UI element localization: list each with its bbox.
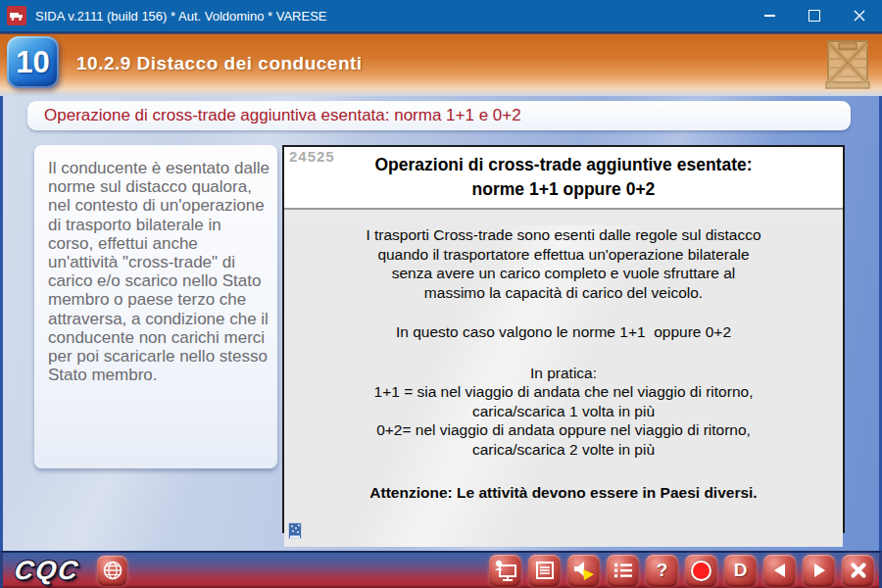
d-letter-icon: D — [734, 560, 748, 581]
rule-0-2: 0+2= nel viaggio di andata oppure nel vi… — [294, 420, 833, 459]
close-icon — [854, 10, 865, 22]
question-mark-icon: ? — [657, 560, 668, 581]
back-button[interactable] — [763, 555, 796, 587]
chapter-badge: 10 — [7, 36, 59, 88]
record-button[interactable] — [685, 555, 717, 587]
document-icon — [535, 561, 555, 580]
explanation-text: Il conducente è esentato dalle norme sul… — [48, 159, 270, 384]
slide-body: I trasporti Cross-trade sono esenti dall… — [284, 225, 843, 547]
exit-button[interactable] — [842, 555, 874, 587]
text-page-button[interactable] — [528, 555, 561, 587]
window-title: SIDA v.2111 (build 156) * Aut. Voldomino… — [35, 9, 326, 24]
help-button[interactable]: ? — [646, 555, 678, 587]
slide-paragraph-1: I trasporti Cross-trade sono esenti dall… — [294, 225, 833, 302]
toolbar-buttons: ? D — [489, 555, 874, 587]
audio-button[interactable] — [567, 555, 600, 587]
app-window: SIDA v.2111 (build 156) * Aut. Voldomino… — [0, 0, 882, 588]
slide-paragraph-2: In questo caso valgono le norme 1+1 oppu… — [294, 323, 833, 341]
globe-icon — [102, 560, 123, 581]
minimize-icon — [764, 15, 775, 17]
index-list-button[interactable] — [607, 555, 639, 587]
titlebar: SIDA v.2111 (build 156) * Aut. Voldomino… — [0, 0, 882, 31]
presenter-screen-icon — [494, 560, 517, 582]
rule-1-1: 1+1 = sia nel viaggio di andata che nel … — [294, 382, 833, 420]
maximize-icon — [808, 10, 820, 22]
practice-label: In pratica: — [294, 365, 833, 382]
slide-panel: 24525 Operazioni di cross-trade aggiunti… — [282, 145, 845, 533]
d-button[interactable]: D — [724, 555, 757, 587]
globe-button[interactable] — [97, 556, 127, 586]
x-close-icon — [850, 562, 867, 579]
slide-number-watermark: 24525 — [289, 148, 335, 165]
lesson-subtitle-bar: Operazione di cross-trade aggiuntiva ese… — [27, 101, 851, 130]
chapter-header: 10 10.2.9 Distacco dei conducenti — [0, 31, 882, 96]
slide-title: Operazioni di cross-trade aggiuntive ese… — [374, 153, 752, 203]
list-icon — [612, 561, 634, 580]
record-icon — [691, 561, 711, 581]
wooden-crate-icon — [825, 39, 870, 94]
arrow-left-icon — [771, 562, 789, 579]
cqc-logo: CQC — [13, 556, 81, 586]
maximize-button[interactable] — [792, 0, 837, 31]
source-document-icon[interactable] — [288, 522, 303, 544]
minimize-button[interactable] — [747, 0, 792, 31]
app-truck-icon[interactable] — [7, 6, 26, 25]
close-window-button[interactable] — [837, 0, 882, 31]
lesson-subtitle: Operazione di cross-trade aggiuntiva ese… — [44, 106, 521, 125]
page-title: 10.2.9 Distacco dei conducenti — [76, 53, 363, 74]
slide-header: 24525 Operazioni di cross-trade aggiunti… — [284, 147, 843, 210]
bottom-toolbar: CQC — [0, 551, 882, 588]
speaker-icon — [572, 560, 596, 581]
explanation-panel: Il conducente è esentato dalle norme sul… — [34, 145, 277, 468]
presentation-button[interactable] — [489, 555, 521, 587]
warning-text: Attenzione: Le attività devono essere in… — [294, 484, 833, 502]
arrow-right-icon — [810, 562, 828, 579]
window-controls — [747, 0, 882, 31]
forward-button[interactable] — [803, 555, 835, 587]
